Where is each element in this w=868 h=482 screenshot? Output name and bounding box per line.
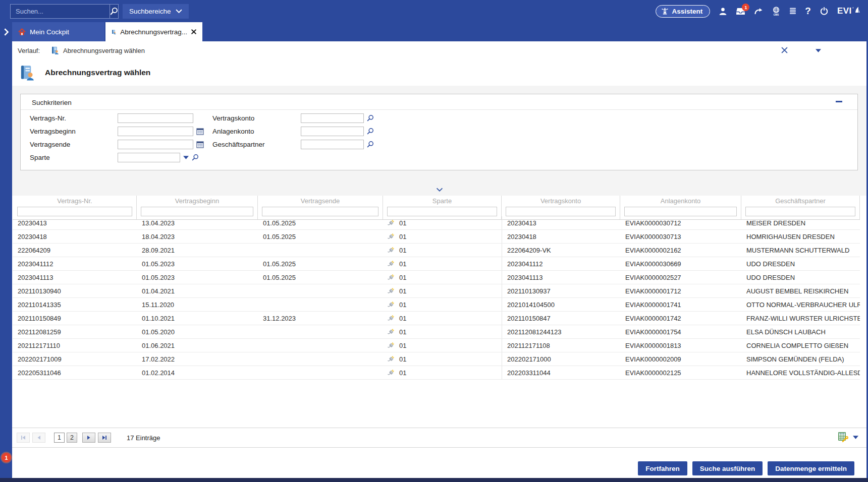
cell-vertragsende: 01.05.2025 [258, 230, 383, 243]
vertragskonto-input[interactable] [301, 113, 364, 123]
filter-input-vertragsende[interactable] [262, 207, 378, 216]
minus-icon[interactable] [836, 101, 842, 102]
user-icon[interactable] [719, 7, 727, 16]
geschaeftspartner-input[interactable] [301, 140, 364, 149]
page-header: Abrechnungsvertrag wählen [12, 61, 150, 85]
page-button-2[interactable]: 2 [67, 433, 77, 443]
power-icon[interactable] [820, 7, 829, 16]
global-search[interactable] [10, 4, 119, 19]
table-row[interactable]: 20211014133515.11.2020012021014104500EVI… [13, 298, 860, 312]
column-header-vertragsbeginn[interactable]: Vertragsbeginn [137, 196, 258, 219]
search-input[interactable] [11, 8, 110, 15]
history-entry[interactable]: Abrechnungsvertrag wählen [63, 47, 145, 54]
table-row[interactable]: 2023041818.04.202301.05.20250120230418EV… [13, 230, 860, 244]
fortfahren-button[interactable]: Fortfahren [638, 461, 687, 475]
vertragsende-input[interactable] [118, 140, 193, 149]
plug-icon [387, 260, 395, 268]
cell-geschaeftspartner: ELSA DÜNSCH LAUBACH [741, 325, 860, 338]
bottom-window-edge [0, 478, 868, 482]
tab-abrechnungsvertrag[interactable]: Abrechnungsvertrag... [105, 22, 202, 41]
datenmenge-ermitteln-button[interactable]: Datenmenge ermitteln [768, 461, 854, 475]
cell-anlagenkonto: EVIAK0000002125 [620, 366, 741, 379]
anlagenkonto-input[interactable] [301, 127, 364, 136]
cell-vertrags-nr: 222064209 [13, 244, 137, 257]
sparte-input[interactable] [118, 153, 180, 162]
column-header-sparte[interactable]: Sparte [383, 196, 502, 219]
first-page-button[interactable] [17, 433, 30, 443]
topbar-actions: Assistent 1 CMS ? EVI ° [656, 5, 868, 18]
filter-input-sparte[interactable] [387, 207, 497, 216]
topbar: Suchbereiche Assistent 1 CMS ? [0, 0, 868, 22]
calendar-icon[interactable] [196, 141, 204, 148]
table-row[interactable]: 202304111201.05.202301.05.20250120230411… [13, 257, 860, 271]
search-icon[interactable] [367, 114, 374, 122]
cell-geschaeftspartner: OTTO NORMAL-VERBRAUCHER ULRI... [741, 298, 860, 311]
search-icon[interactable] [192, 154, 199, 161]
column-header-geschaeftspartner[interactable]: Geschäftspartner [741, 196, 860, 219]
table-row[interactable]: 2023041313.04.202301.05.20250120230413EV… [13, 216, 860, 230]
chevron-right-icon[interactable] [0, 22, 12, 41]
cell-vertrags-nr: 202202171009 [13, 352, 137, 366]
table-row[interactable]: 20211208125901.05.202001202112081244123E… [13, 325, 860, 339]
table-tools [838, 432, 858, 442]
vertragsbeginn-input[interactable] [118, 127, 193, 136]
table-row[interactable]: 20211015084901.10.202131.12.202301202110… [13, 312, 860, 325]
cell-vertrags-nr: 202112171110 [13, 339, 137, 352]
cell-anlagenkonto: EVIAK0000030712 [620, 216, 741, 229]
calendar-icon[interactable] [196, 128, 204, 135]
column-header-vertrags-nr[interactable]: Vertrags-Nr. [13, 196, 137, 219]
column-header-vertragskonto[interactable]: Vertragskonto [502, 196, 620, 219]
notification-badge[interactable]: 1 [2, 453, 11, 462]
table-row[interactable]: 22206420928.09.202101222064209-VKEVIAK00… [13, 244, 860, 257]
cell-vertragskonto: 2023041113 [502, 271, 620, 284]
plug-icon [387, 274, 395, 281]
cell-anlagenkonto: EVIAK0000030713 [620, 230, 741, 243]
divider [21, 109, 857, 110]
redo-arrow-icon[interactable] [754, 8, 763, 15]
last-page-button[interactable] [98, 433, 111, 443]
vertrags-nr-input[interactable] [118, 113, 193, 123]
cell-vertragsende [258, 352, 383, 366]
filter-input-vertrags-nr[interactable] [17, 207, 132, 216]
cell-sparte: 01 [383, 230, 502, 243]
table-row[interactable]: 202304111301.05.202301.05.20250120230411… [13, 271, 860, 284]
help-button[interactable]: ? [805, 6, 811, 17]
brand-logo[interactable]: EVI ° [837, 6, 860, 16]
suche-ausfuehren-button[interactable]: Suche ausführen [692, 461, 763, 475]
cell-vertrags-nr: 202205311046 [13, 366, 137, 379]
chevron-down-icon[interactable] [436, 185, 443, 194]
dropdown-icon[interactable] [853, 436, 858, 439]
column-header-vertragsende[interactable]: Vertragsende [258, 196, 383, 219]
cell-vertrags-nr: 202110150849 [13, 312, 137, 325]
search-scope-button[interactable]: Suchbereiche [123, 4, 189, 19]
previous-page-button[interactable] [32, 433, 45, 443]
filter-input-vertragsbeginn[interactable] [141, 207, 253, 216]
table-row[interactable]: 20211013094001.04.202101202110130937EVIA… [13, 284, 860, 298]
database-icon[interactable] [789, 7, 796, 15]
search-icon[interactable] [367, 141, 374, 148]
tab-mein-cockpit[interactable]: Mein Cockpit [12, 22, 104, 41]
assistant-button[interactable]: Assistent [656, 5, 711, 18]
close-icon[interactable] [191, 29, 196, 34]
dropdown-icon[interactable] [183, 156, 189, 159]
table-row[interactable]: 20220531104601.02.201401202203311044EVIA… [13, 366, 860, 380]
filter-input-geschaeftspartner[interactable] [745, 207, 855, 216]
cell-geschaeftspartner: SIMPSON GEMÜNDEN (FELDA) [741, 352, 860, 366]
inbox-icon[interactable]: 1 [736, 7, 745, 16]
table-row[interactable]: 20220217100917.02.202201202202171000EVIA… [13, 352, 860, 366]
table-row[interactable]: 20211217111001.06.202101202112171108EVIA… [13, 339, 860, 352]
column-header-anlagenkonto[interactable]: Anlagenkonto [620, 196, 741, 219]
search-icon[interactable] [367, 128, 374, 135]
globe-icon[interactable]: CMS [772, 7, 781, 16]
filter-input-anlagenkonto[interactable] [624, 207, 737, 216]
cell-sparte: 01 [383, 284, 502, 297]
cell-geschaeftspartner: CORNELIA COMPLETTO GIEßEN [741, 339, 860, 352]
filter-input-vertragskonto[interactable] [506, 207, 616, 216]
next-page-button[interactable] [82, 433, 95, 443]
page-button-1[interactable]: 1 [54, 433, 65, 443]
export-icon[interactable] [838, 432, 848, 442]
search-icon[interactable] [110, 5, 118, 18]
tab-label: Mein Cockpit [30, 28, 69, 36]
dropdown-icon[interactable] [816, 49, 821, 52]
close-icon[interactable] [781, 47, 788, 53]
